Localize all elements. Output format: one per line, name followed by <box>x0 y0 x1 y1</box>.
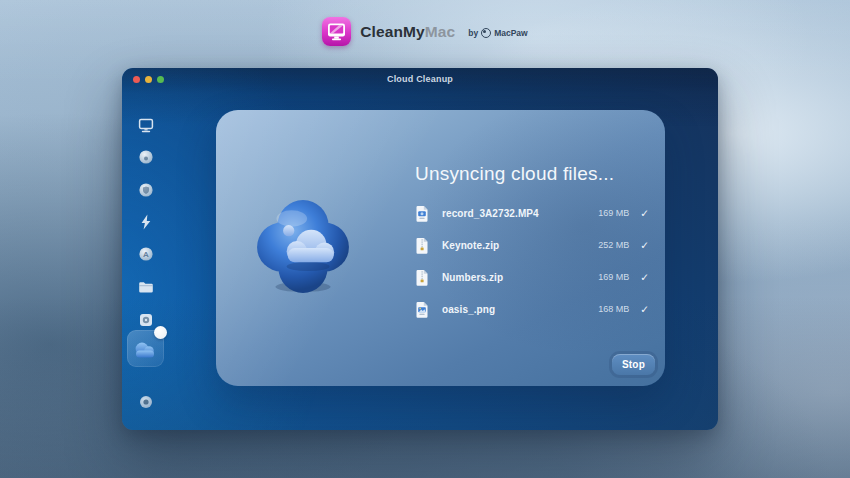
lightning-icon <box>137 213 155 231</box>
sidebar-item-protection[interactable] <box>136 180 156 200</box>
sidebar-item-space-lens[interactable] <box>136 310 156 330</box>
archive-file-icon <box>415 236 430 254</box>
macpaw-logo-icon <box>481 28 491 38</box>
brand-header: CleanMyMac by MacPaw <box>0 17 850 46</box>
file-row: Keynote.zip 252 MB ✓ <box>415 229 649 261</box>
file-row: oasis_.png 168 MB ✓ <box>415 293 649 325</box>
window-titlebar: Cloud Cleanup <box>122 68 718 90</box>
stop-button[interactable]: Stop <box>612 354 655 375</box>
cloud-icon <box>133 341 158 358</box>
folder-icon <box>137 278 155 296</box>
sidebar-item-my-clutter[interactable] <box>136 277 156 297</box>
file-name: Keynote.zip <box>442 240 499 251</box>
panel-heading: Unsyncing cloud files... <box>415 163 614 185</box>
brand-byline: by MacPaw <box>468 28 527 38</box>
byline-brand: MacPaw <box>494 28 528 38</box>
sidebar-item-applications[interactable]: A <box>136 244 156 264</box>
sidebar-item-cloud-cleanup-active[interactable] <box>127 330 164 367</box>
byline-prefix: by <box>468 28 478 38</box>
imac-glyph <box>322 17 351 46</box>
image-file-icon <box>415 300 430 318</box>
sphere-icon <box>137 148 155 166</box>
file-name: Numbers.zip <box>442 272 503 283</box>
file-size: 252 MB <box>598 240 629 250</box>
brand-wordmark-light: Mac <box>425 23 455 40</box>
mac-icon <box>137 116 155 134</box>
brand-wordmark-bold: CleanMy <box>360 23 424 40</box>
check-icon: ✓ <box>640 207 649 219</box>
file-row: Numbers.zip 169 MB ✓ <box>415 261 649 293</box>
window-title: Cloud Cleanup <box>122 74 718 84</box>
app-window: Cloud Cleanup <box>122 68 718 430</box>
cloud-blob-illustration <box>254 196 352 294</box>
file-size: 169 MB <box>598 272 629 282</box>
stop-button-wrap: Stop <box>609 351 658 378</box>
video-file-icon <box>415 204 430 222</box>
sidebar-item-smart-care[interactable] <box>136 115 156 135</box>
cloud-cleanup-panel: Unsyncing cloud files... record_3A2732.M… <box>216 110 665 386</box>
assistant-icon <box>138 394 154 410</box>
brand-wordmark: CleanMyMac <box>360 23 455 41</box>
svg-text:A: A <box>143 250 149 259</box>
apps-icon: A <box>137 245 155 263</box>
unsync-file-list: record_3A2732.MP4 169 MB ✓ <box>415 197 649 325</box>
shield-icon <box>137 181 155 199</box>
archive-file-icon <box>415 268 430 286</box>
file-row: record_3A2732.MP4 169 MB ✓ <box>415 197 649 229</box>
file-size: 168 MB <box>598 304 629 314</box>
check-icon: ✓ <box>640 239 649 251</box>
file-size: 169 MB <box>598 208 629 218</box>
check-icon: ✓ <box>640 303 649 315</box>
cloud-progress-badge <box>154 326 167 339</box>
file-name: oasis_.png <box>442 304 495 315</box>
desktop-background: CleanMyMac by MacPaw Cloud Cleanup <box>0 0 850 478</box>
file-name: record_3A2732.MP4 <box>442 208 539 219</box>
sidebar-item-assistant[interactable] <box>136 392 156 412</box>
sidebar-item-cleanup[interactable] <box>136 147 156 167</box>
cloud-3d-icon <box>254 196 352 294</box>
cleanmymac-app-icon <box>322 17 351 46</box>
lens-icon <box>137 311 155 329</box>
sidebar-item-performance[interactable] <box>136 212 156 232</box>
check-icon: ✓ <box>640 271 649 283</box>
